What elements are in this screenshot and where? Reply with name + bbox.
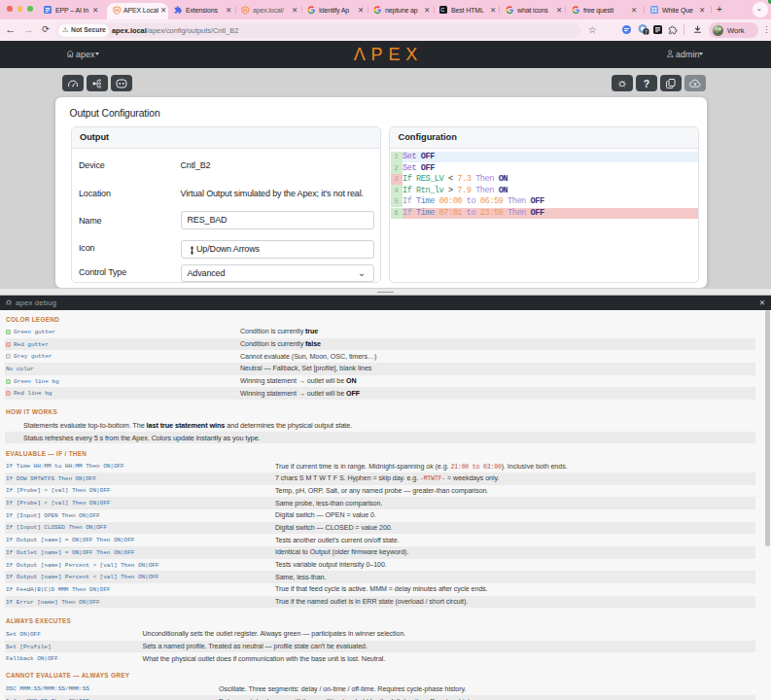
svg-text:C: C — [440, 7, 444, 13]
svg-text:7: 7 — [645, 29, 648, 35]
